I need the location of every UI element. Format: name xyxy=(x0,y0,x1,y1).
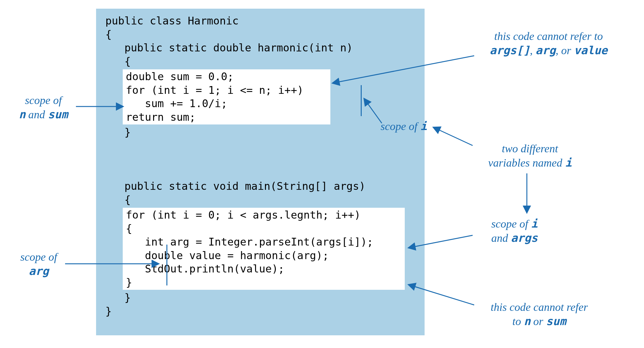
label-text: this code cannot refer to xyxy=(494,30,603,42)
label-code: n xyxy=(524,315,531,328)
label-text: variables named xyxy=(488,157,565,169)
label-text: this code cannot refer xyxy=(491,301,588,313)
code-line: return sum; xyxy=(126,111,327,124)
scope-bar-arg xyxy=(166,245,167,285)
label-code: value xyxy=(574,44,607,57)
label-text: scope of xyxy=(25,94,62,107)
label-text: and xyxy=(491,232,511,244)
annotation-cannot-top: this code cannot refer to args[], arg, o… xyxy=(465,29,632,58)
label-code: i xyxy=(531,217,538,230)
code-line: public static void main(String[] args) xyxy=(105,180,415,193)
label-code: args[] xyxy=(490,44,530,57)
code-line xyxy=(105,139,415,153)
code-line: sum += 1.0/i; xyxy=(126,97,327,111)
code-line: { xyxy=(105,55,415,68)
annotation-scope-i-top: scope of i xyxy=(381,119,449,133)
code-line: double sum = 0.0; xyxy=(126,70,327,84)
code-line: } xyxy=(105,291,415,305)
label-text: , or xyxy=(556,44,574,57)
label-code: arg xyxy=(29,265,49,277)
label-code: i xyxy=(565,156,572,169)
code-line xyxy=(105,166,415,180)
label-text: to xyxy=(512,315,524,328)
main-body-box: for (int i = 0; i < args.legnth; i++) { … xyxy=(123,208,405,290)
code-line xyxy=(105,153,415,166)
code-line: public static double harmonic(int n) xyxy=(105,41,415,55)
label-code: arg xyxy=(536,44,556,57)
label-text: , xyxy=(530,44,536,57)
annotation-two-i: two different variables named i xyxy=(465,142,595,170)
code-line: { xyxy=(105,28,415,41)
annotation-scope-n-sum: scope of n and sum xyxy=(9,94,77,122)
code-line: } xyxy=(105,126,415,139)
annotation-scope-arg: scope of arg xyxy=(11,250,67,278)
code-line: for (int i = 1; i <= n; i++) xyxy=(126,84,327,97)
annotation-scope-i-args: scope of i and args xyxy=(471,217,558,245)
annotation-cannot-bot: this code cannot refer to n or sum xyxy=(465,300,614,328)
label-text: or xyxy=(531,315,546,328)
code-line: { xyxy=(105,193,415,207)
code-line: { xyxy=(126,222,402,236)
label-code: sum xyxy=(48,108,68,121)
label-text: scope of xyxy=(381,120,420,133)
harmonic-body-box: double sum = 0.0; for (int i = 1; i <= n… xyxy=(123,69,330,124)
label-code: n xyxy=(19,108,26,121)
label-code: sum xyxy=(546,315,566,328)
code-line: for (int i = 0; i < args.legnth; i++) xyxy=(126,208,402,222)
code-background: public class Harmonic { public static do… xyxy=(96,9,425,335)
scope-bar-i-top xyxy=(361,85,362,116)
code-line: public class Harmonic xyxy=(105,14,415,28)
label-text: and xyxy=(25,108,48,121)
code-line: } xyxy=(105,305,415,318)
label-text: two different xyxy=(502,142,558,155)
label-text: scope of xyxy=(491,218,531,230)
label-code: i xyxy=(420,120,427,133)
label-text: scope of xyxy=(20,251,57,263)
label-code: args xyxy=(511,232,538,244)
